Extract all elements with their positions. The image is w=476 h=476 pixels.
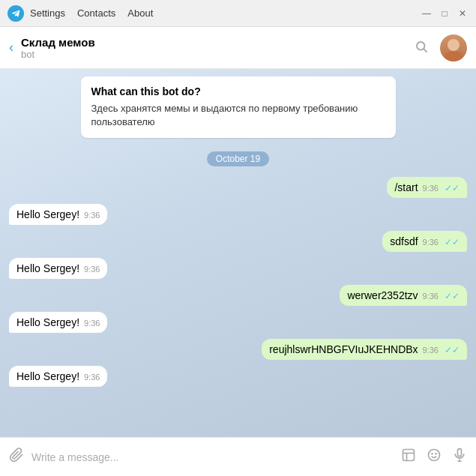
message-bubble: sdfsdf 9:36 ✓✓ [382,231,467,252]
table-row: Hello Sergey! 9:36 [9,204,467,225]
message-time: 9:36 [84,211,100,220]
menu-settings[interactable]: Settings [30,7,65,19]
chat-info: Склад мемов bot [21,36,415,60]
attach-icon[interactable] [9,448,24,466]
message-bubble: Hello Sergey! 9:36 [9,204,107,225]
message-time: 9:36 [423,184,439,193]
close-button[interactable]: ✕ [457,8,469,19]
read-ticks: ✓✓ [445,237,460,247]
bot-info-card: What can this bot do? Здесь хранятся мем… [81,76,396,138]
svg-point-0 [417,42,425,50]
back-button[interactable]: ‹ [9,40,13,55]
message-time: 9:36 [84,265,100,274]
table-row: reujhlswrHNBGFVIuJKEHNDBx 9:36 ✓✓ [9,339,467,360]
date-badge: October 19 [207,151,269,166]
message-bubble: Hello Sergey! 9:36 [9,312,107,333]
bot-info-title: What can this bot do? [91,85,385,97]
title-bar: Settings Contacts About — □ ✕ [0,0,476,27]
message-text: Hello Sergey! [16,316,79,328]
message-time: 9:36 [423,346,439,355]
search-icon[interactable] [415,40,428,56]
window-controls: — □ ✕ [421,8,469,19]
message-text: sdfsdf [390,235,418,247]
header-icons [415,34,467,61]
menu-about[interactable]: About [127,7,153,19]
minimize-button[interactable]: — [421,8,433,19]
table-row: sdfsdf 9:36 ✓✓ [9,231,467,252]
message-bubble: werwer2352tzv 9:36 ✓✓ [340,285,467,306]
read-ticks: ✓✓ [445,345,460,355]
message-time: 9:36 [423,292,439,301]
mic-icon[interactable] [452,448,467,466]
input-right-icons [401,448,467,466]
message-text: Hello Sergey! [16,208,79,220]
chat-area: What can this bot do? Здесь хранятся мем… [0,69,476,437]
maximize-button[interactable]: □ [439,8,451,19]
table-row: Hello Sergey! 9:36 [9,366,467,387]
message-text: /start [394,181,418,193]
emoji-icon[interactable] [427,448,442,466]
svg-line-1 [424,49,427,52]
sticker-icon[interactable] [401,448,416,466]
read-ticks: ✓✓ [445,183,460,193]
table-row: /start 9:36 ✓✓ [9,177,467,198]
menu-bar: Settings Contacts About [30,7,153,19]
svg-point-5 [429,450,440,461]
bot-info-text: Здесь хранятся мемы и выдаются по первом… [91,102,385,129]
message-text: reujhlswrHNBGFVIuJKEHNDBx [269,343,418,355]
message-bubble: Hello Sergey! 9:36 [9,366,107,387]
svg-rect-8 [458,449,462,457]
chat-header: ‹ Склад мемов bot [0,27,476,69]
message-time: 9:36 [84,319,100,328]
message-text: Hello Sergey! [16,262,79,274]
message-bubble: reujhlswrHNBGFVIuJKEHNDBx 9:36 ✓✓ [262,339,467,360]
message-input[interactable] [31,451,394,463]
telegram-logo [7,5,24,22]
table-row: Hello Sergey! 9:36 [9,258,467,279]
message-bubble: Hello Sergey! 9:36 [9,258,107,279]
svg-rect-2 [403,450,415,461]
message-time: 9:36 [84,373,100,382]
message-bubble: /start 9:36 ✓✓ [387,177,467,198]
table-row: Hello Sergey! 9:36 [9,312,467,333]
chat-name: Склад мемов [21,36,415,49]
chat-status: bot [21,49,415,60]
table-row: werwer2352tzv 9:36 ✓✓ [9,285,467,306]
read-ticks: ✓✓ [445,291,460,301]
avatar [440,34,467,61]
message-text: Hello Sergey! [16,370,79,382]
message-text: werwer2352tzv [347,289,418,301]
date-separator: October 19 [9,151,467,166]
message-time: 9:36 [423,238,439,247]
menu-contacts[interactable]: Contacts [77,7,115,19]
input-area [0,437,476,476]
